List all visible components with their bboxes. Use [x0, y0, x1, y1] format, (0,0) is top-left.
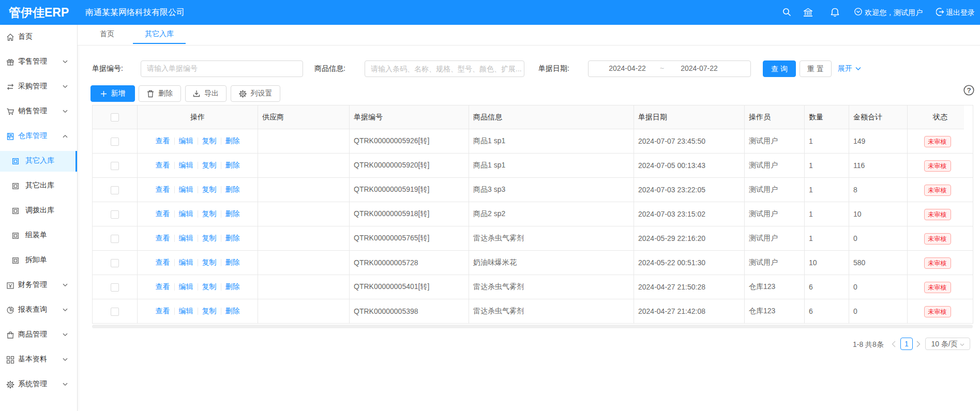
svg-text:?: ? — [967, 86, 971, 94]
